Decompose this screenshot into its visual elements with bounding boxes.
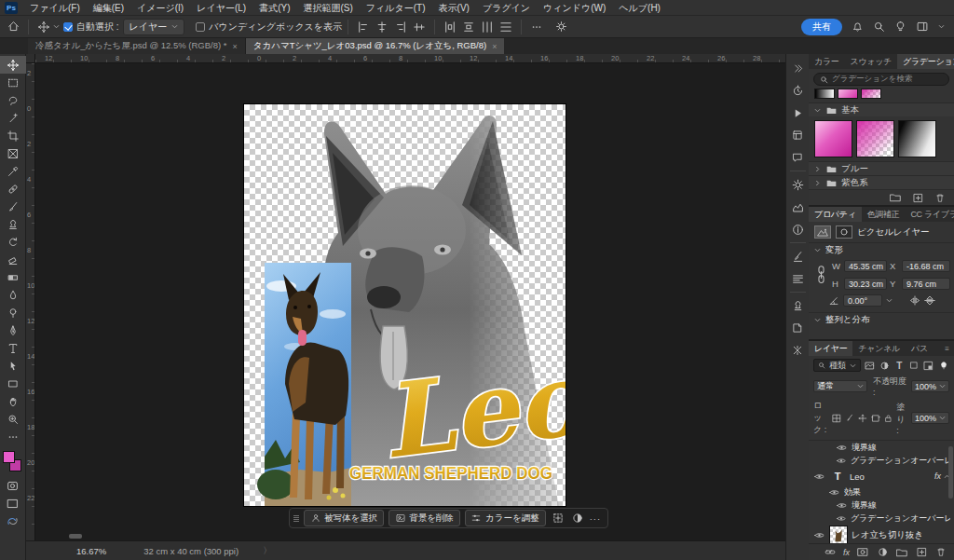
transform-section-header[interactable]: 変形 (809, 242, 954, 256)
close-icon[interactable]: × (232, 42, 237, 51)
remove-background-button[interactable]: 背景を削除 (388, 510, 460, 526)
lightbulb-icon[interactable] (894, 20, 906, 33)
auto-select-dropdown[interactable]: レイヤー (123, 19, 185, 35)
gradient-chip-black-white[interactable] (814, 89, 835, 99)
filter-shape-icon[interactable] (908, 360, 920, 372)
align-center-horizontal-icon[interactable] (373, 18, 391, 36)
filter-adjustment-icon[interactable] (879, 360, 891, 372)
menu-layer[interactable]: レイヤー(L) (190, 0, 252, 16)
width-field[interactable]: 45.35 cm (844, 260, 887, 272)
layer-style-icon[interactable]: fx (843, 548, 850, 557)
lock-position-icon[interactable] (858, 414, 867, 423)
history-brush-tool[interactable] (0, 233, 26, 251)
gradient-chip-magenta-fade[interactable] (861, 89, 881, 99)
new-layer-icon[interactable] (915, 546, 928, 559)
align-section-header[interactable]: 整列と分布 (809, 312, 954, 326)
notes-icon[interactable] (786, 317, 810, 339)
bell-icon[interactable] (852, 20, 864, 33)
link-dimensions-icon[interactable] (816, 261, 825, 289)
zoom-level-field[interactable]: 16.67% (76, 546, 106, 556)
chevron-down-icon[interactable] (53, 24, 60, 29)
drag-handle-icon[interactable] (293, 515, 299, 522)
layer-thumbnail[interactable] (829, 526, 848, 543)
trash-icon[interactable] (934, 191, 947, 204)
eraser-tool[interactable] (0, 251, 26, 268)
menu-select[interactable]: 選択範囲(S) (297, 0, 360, 16)
frame-tool[interactable] (0, 144, 26, 162)
new-group-icon[interactable] (889, 191, 902, 204)
rectangle-tool[interactable] (0, 375, 26, 392)
document-canvas[interactable]: Leo GERMAN SHEPHERD DOG (244, 104, 566, 506)
clone-stamp-tool[interactable] (0, 215, 26, 233)
ruler-origin-corner[interactable] (26, 54, 35, 63)
align-left-icon[interactable] (354, 18, 373, 36)
document-tab-inactive[interactable]: 冷感タオル_からたち屋.psd @ 12.5% (RGB/8) * × (28, 38, 246, 54)
select-subject-button[interactable]: 被写体を選択 (304, 510, 384, 526)
edit-toolbar-icon[interactable] (0, 428, 26, 445)
lasso-tool[interactable] (0, 91, 26, 109)
menu-help[interactable]: ヘルプ(H) (612, 0, 667, 16)
adjustment-circle-icon[interactable] (570, 511, 585, 526)
eye-icon[interactable] (814, 473, 825, 480)
rotation-field[interactable]: 0.00° (843, 294, 882, 307)
lock-pixels-icon[interactable] (845, 414, 854, 423)
filter-pixel-icon[interactable] (864, 360, 876, 372)
panel-menu-icon[interactable]: ≡ (945, 341, 954, 356)
document-tab-active[interactable]: タカハマTシャツ_レオ03.psd @ 16.7% (レオ立ち, RGB/8) … (246, 38, 505, 54)
y-field[interactable]: 9.76 cm (902, 278, 950, 290)
layer-effect-row[interactable]: 境界線 (809, 441, 954, 454)
search-icon[interactable] (873, 20, 885, 33)
tab-swatches[interactable]: スウォッチ (845, 54, 898, 69)
tab-layers[interactable]: レイヤー (809, 341, 852, 356)
bounding-box-checkbox[interactable] (196, 22, 205, 32)
flip-vertical-icon[interactable] (924, 295, 935, 306)
history-icon[interactable] (786, 79, 810, 102)
menu-type[interactable]: 書式(Y) (252, 0, 296, 16)
link-layers-icon[interactable] (824, 546, 837, 559)
menu-image[interactable]: イメージ(I) (130, 0, 190, 16)
gradient-swatch-black-white[interactable] (898, 120, 936, 157)
layer-effect-row[interactable]: 境界線 (809, 499, 954, 512)
filter-toggle-icon[interactable] (937, 360, 949, 372)
add-mask-icon[interactable] (856, 546, 869, 559)
gradient-chip-magenta[interactable] (838, 89, 858, 99)
tab-libraries[interactable]: CC ライブラリ (905, 207, 954, 222)
workspace-icon[interactable] (916, 20, 929, 33)
rectangular-marquee-tool[interactable] (0, 74, 26, 91)
new-adjustment-icon[interactable] (876, 546, 889, 559)
object-selection-tool[interactable] (0, 109, 26, 127)
blur-tool[interactable] (0, 286, 26, 304)
gradient-group-purple[interactable]: 紫色系 (809, 175, 954, 189)
horizontal-scrollbar[interactable] (37, 533, 784, 540)
distribute-center-icon[interactable] (459, 18, 478, 36)
screen-mode-icon[interactable] (0, 495, 26, 512)
x-field[interactable]: -16.68 cm (902, 260, 950, 272)
adjust-colors-button[interactable]: カラーを調整 (465, 510, 546, 526)
tool-presets-icon[interactable] (786, 339, 810, 362)
layer-effects-header[interactable]: 効果 (809, 485, 954, 499)
layers-scrollbar[interactable] (948, 446, 953, 499)
eye-icon[interactable] (837, 502, 847, 509)
clone-source-icon[interactable] (786, 294, 810, 317)
eye-icon[interactable] (814, 532, 825, 539)
new-group-icon[interactable] (895, 546, 908, 559)
close-icon[interactable]: × (492, 42, 497, 51)
layer-effect-row[interactable]: グラデーションオーバーレイ (809, 512, 954, 525)
histogram-icon[interactable] (786, 196, 810, 218)
menu-file[interactable]: ファイル(F) (23, 0, 87, 16)
pen-tool[interactable] (0, 321, 26, 339)
crop-tool[interactable] (0, 127, 26, 144)
type-tool[interactable] (0, 339, 26, 357)
transform-icon[interactable] (551, 511, 566, 526)
height-field[interactable]: 30.23 cm (844, 278, 887, 290)
layer-filter-dropdown[interactable]: 種類 (813, 359, 861, 372)
blend-mode-dropdown[interactable]: 通常 (813, 380, 867, 392)
tab-adjustments[interactable]: 色調補正 (862, 207, 906, 222)
lock-transparency-icon[interactable] (832, 414, 841, 423)
eye-icon[interactable] (837, 444, 847, 451)
brush-settings-icon[interactable] (786, 245, 810, 267)
tab-color[interactable]: カラー (809, 54, 845, 69)
chevron-down-icon[interactable] (886, 298, 893, 303)
contextual-task-bar[interactable]: 被写体を選択 背景を削除 カラーを調整 ··· (289, 508, 608, 528)
horizontal-ruler[interactable]: 121086420246810121416182022242628 (35, 54, 785, 63)
